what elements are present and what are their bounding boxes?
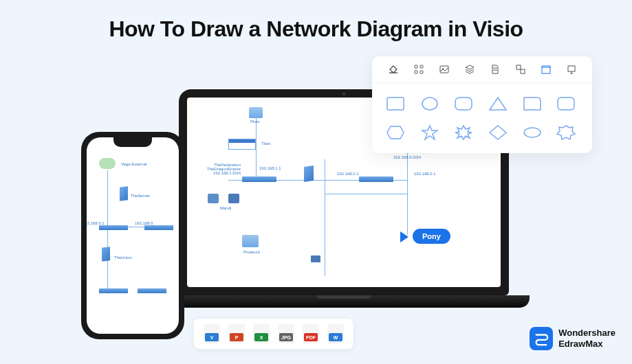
node-label: Proteus1 [243, 250, 260, 254]
toolbar [372, 56, 592, 83]
node-label: 192.168.0.0/24 [393, 155, 421, 159]
node-label: TheServer [131, 194, 150, 198]
shape-rounded2[interactable] [554, 93, 578, 115]
component-icon[interactable] [514, 63, 527, 76]
image-icon[interactable] [438, 63, 450, 76]
node-label: TheUnion [114, 255, 132, 260]
node-label: 192.168.0.1 [337, 172, 359, 176]
shape-star[interactable] [417, 122, 442, 144]
node-label: 192.168.1.1 [259, 166, 281, 170]
shape-hexagon[interactable] [383, 122, 408, 144]
shape-ellipse[interactable] [520, 122, 545, 144]
shape-burst[interactable] [451, 122, 476, 144]
svg-rect-7 [521, 69, 525, 73]
format-excel[interactable]: X [253, 324, 270, 343]
svg-rect-12 [455, 98, 472, 110]
shape-rounded[interactable] [451, 93, 476, 115]
svg-rect-0 [415, 65, 417, 68]
shape-seal[interactable] [554, 122, 578, 144]
shapes-panel [372, 56, 592, 153]
svg-rect-6 [516, 65, 521, 69]
shape-circle[interactable] [417, 93, 442, 115]
shape-triangle[interactable] [486, 93, 510, 115]
svg-point-11 [422, 98, 437, 110]
svg-rect-1 [420, 65, 423, 68]
shape-diamond[interactable] [486, 122, 510, 144]
fill-icon[interactable] [387, 63, 400, 76]
node-label: 192.198.0.1 [414, 172, 436, 176]
shape-callout[interactable] [520, 93, 545, 115]
shapes-grid [372, 83, 592, 153]
layers-icon[interactable] [464, 63, 476, 76]
grid-icon[interactable] [413, 63, 425, 76]
node-label: 192.168.1.0/24 [199, 171, 241, 175]
export-formats: V P X JPG PDF W [194, 319, 353, 349]
svg-rect-2 [415, 71, 417, 73]
svg-rect-9 [568, 66, 575, 71]
node-label: Vega [121, 162, 131, 166]
presentation-icon[interactable] [565, 63, 578, 76]
shape-rectangle[interactable] [383, 93, 408, 115]
brand-logo-block: Wondershare EdrawMax [530, 327, 615, 350]
collaborator-cursor: Pony [400, 231, 408, 242]
node-label: Pluto [250, 120, 260, 124]
format-visio[interactable]: V [204, 324, 220, 343]
cursor-label: Pony [413, 229, 450, 244]
svg-rect-8 [542, 67, 550, 73]
node-label: External [131, 162, 146, 166]
format-jpg[interactable]: JPG [278, 324, 294, 343]
format-word[interactable]: W [327, 324, 344, 343]
brand-line1: Wondershare [558, 328, 615, 339]
edrawmax-logo-icon [530, 327, 553, 350]
container-icon[interactable] [540, 63, 552, 76]
svg-rect-10 [387, 98, 404, 110]
node-label: Mandi [220, 206, 231, 210]
format-pdf[interactable]: PDF [303, 324, 319, 343]
phone-mockup: Vega External TheServer 192.168.0.1 192.… [81, 132, 184, 339]
svg-point-14 [524, 128, 541, 137]
svg-rect-3 [420, 71, 423, 73]
page-icon[interactable] [489, 63, 501, 76]
svg-rect-13 [558, 98, 574, 110]
node-label: Titan [261, 141, 270, 146]
page-title: How To Draw a Network Diagram in Visio [0, 0, 632, 42]
brand-line2: EdrawMax [558, 339, 615, 350]
format-ppt[interactable]: P [228, 324, 245, 343]
